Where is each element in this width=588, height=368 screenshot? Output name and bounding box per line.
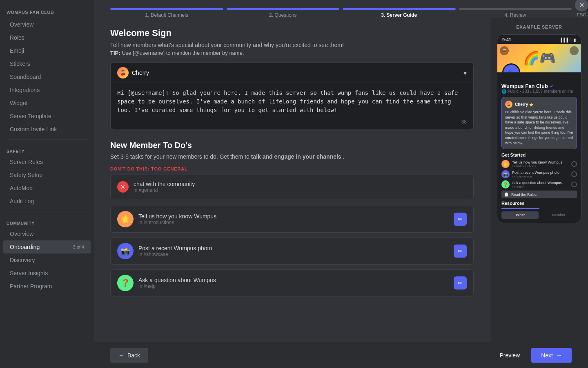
next-label: Next [541,352,553,359]
phone-server-meta: 🌐 Public • 283 / 1,557 members online [501,89,577,94]
step-4[interactable]: 4. Review [459,8,572,18]
todo-title: New Member To Do's [110,141,474,150]
task-channel-1: in #showcase [138,251,449,257]
phone-task-item-0: 🌟 Tell us how you know Wumpus in #introd… [501,160,577,168]
sidebar-item-server-insights[interactable]: Server Insights [3,267,91,280]
message-box: Hi [@username]! So glad you're here. I m… [110,83,474,129]
task-title-2: Ask a question about Wumpus [138,277,449,283]
next-button[interactable]: Next → [531,348,572,363]
sidebar-item-community-overview[interactable]: Overview [3,227,91,240]
sidebar-item-onboarding[interactable]: Onboarding 3 of 4 [3,240,91,254]
step-1-line [110,8,223,10]
server-name: WUMPUS FAN CLUB [0,7,94,18]
step-4-line [459,8,572,10]
sidebar-item-safety-setup[interactable]: Safety Setup [3,168,91,182]
tip-content: Use [@username] to mention the member by… [122,50,244,56]
step-3-label: 3. Server Guide [381,12,417,18]
welcome-sign-desc: Tell new members what's special about yo… [110,42,474,48]
task-info-1: Post a recent Wumpus photo in #showcase [138,245,449,257]
sidebar-item-discovery[interactable]: Discovery [3,254,91,267]
phone-task-checkbox-0[interactable] [571,161,577,167]
tab-member[interactable]: Member [540,211,577,219]
phone-server-name: Wumpus Fan Club ✓ [501,83,577,89]
phone-menu-right-icon: ⋯ [570,46,579,55]
task-avatar-0: 🌟 [117,211,134,227]
phone-cherry-avatar: 🍒 [505,101,512,108]
sidebar-item-audit-log[interactable]: Audit Log [3,195,91,208]
task-card-0: 🌟 Tell us how you know Wumpus in #introd… [110,206,474,233]
phone-body: Wumpus Fan Club ✓ 🌐 Public • 283 / 1,557… [497,72,581,223]
tip-label: TIP: [110,50,120,56]
phone-resources-title: Resources [501,201,577,206]
phone-menu-icons: ☰ ⋯ [500,46,579,55]
preview-button[interactable]: Preview [491,348,528,363]
bad-card-text: chat with the community in #general [134,181,467,193]
onboarding-badge: 3 of 4 [73,245,84,249]
phone-header: 9:41 ▐▐▐ ⊙ ▮ [497,35,581,44]
phone-task-checkbox-2[interactable] [571,182,577,187]
dont-label: DON'T DO THIS: TOO GENERAL [110,166,474,171]
sidebar-item-stickers[interactable]: Stickers [3,57,91,70]
tab-joiner[interactable]: Joiner [501,211,539,219]
sidebar-item-soundboard[interactable]: Soundboard [3,70,91,83]
chevron-down-icon: ▾ [463,69,467,77]
step-2-line [227,8,340,10]
section-safety: SAFETY [0,143,94,155]
task-info-2: Ask a question about Wumpus in #help [138,277,449,289]
todo-desc-text: Set 3-5 tasks for your new members to do… [110,153,249,160]
step-4-label: 4. Review [504,12,526,18]
phone-task-checkbox-1[interactable] [571,171,577,177]
sidebar-item-roles[interactable]: Roles [3,31,91,44]
task-card-1: 📸 Post a recent Wumpus photo in #showcas… [110,238,474,265]
preview-label: Preview [499,352,520,359]
right-panel: EXAMPLE SERVER 9:41 ▐▐▐ ⊙ ▮ ☰ ⋯ � [490,18,588,342]
task-channel-0: in #introductions [138,220,449,225]
steps-bar: 1. Default Channels 2. Questions 3. Serv… [94,0,588,18]
battery-icon: ▮ [574,38,576,42]
step-2[interactable]: 2. Questions [227,8,340,18]
phone-mockup: 9:41 ▐▐▐ ⊙ ▮ ☰ ⋯ 🌈🎮 🐾 [497,34,581,223]
sidebar-item-widget[interactable]: Widget [3,96,91,110]
sidebar-item-automod[interactable]: AutoMod [3,182,91,195]
welcome-message-input[interactable]: Hi [@username]! So glad you're here. I m… [117,89,467,121]
phone-status-icons: ▐▐▐ ⊙ ▮ [559,38,576,42]
todo-desc-end: . [343,153,345,160]
task-edit-btn-0[interactable]: ✏ [454,213,467,226]
members-count: 283 / 1,557 members online [522,89,573,94]
phone-task-avatar-2: ❓ [501,180,510,188]
sidebar-item-server-template[interactable]: Server Template [3,110,91,123]
footer: ← Back Preview Next → [94,342,588,368]
public-text: Public [508,89,519,94]
bad-card-title: chat with the community [134,181,467,187]
esc-button[interactable]: ✕ ESC [575,0,588,17]
phone-task-name-0: Tell us how you know Wumpus [512,160,569,164]
phone-welcome-card: 🍒 Cherry ⭐ Hi Phibi! So glad you're here… [501,97,577,149]
bad-example-card: ✕ chat with the community in #general [110,175,474,199]
sidebar-item-overview[interactable]: Overview [3,18,91,31]
phone-rules-text: Read the Rules [511,193,537,197]
left-panel: Welcome Sign Tell new members what's spe… [94,18,490,342]
phone-welcome-text: Hi Phibi! So glad you're here. I made th… [505,110,573,146]
phone-get-started-title: Get Started [501,153,577,157]
username-selector[interactable]: 🍒 Cherry ▾ [110,63,474,83]
task-edit-btn-1[interactable]: ✏ [454,245,467,258]
esc-icon: ✕ [575,0,588,11]
tip-text: TIP: Use [@username] to mention the memb… [110,50,474,56]
step-3[interactable]: 3. Server Guide [343,8,456,18]
sidebar-item-onboarding-label: Onboarding [10,244,40,250]
back-label: Back [127,352,140,359]
sidebar-item-server-rules[interactable]: Server Rules [3,155,91,168]
back-button[interactable]: ← Back [110,348,148,363]
section-community: COMMUNITY [0,215,94,227]
task-edit-btn-2[interactable]: ✏ [454,276,467,289]
example-label: EXAMPLE SERVER [497,25,581,29]
sidebar-item-partner-program[interactable]: Partner Program [3,280,91,293]
sidebar: WUMPUS FAN CLUB Overview Roles Emoji Sti… [0,0,94,368]
phone-banner: ☰ ⋯ 🌈🎮 🐾 [497,44,581,72]
todo-desc: Set 3-5 tasks for your new members to do… [110,153,474,160]
sidebar-item-custom-invite[interactable]: Custom Invite Link [3,123,91,136]
sidebar-item-emoji[interactable]: Emoji [3,44,91,57]
sidebar-item-integrations[interactable]: Integrations [3,83,91,96]
divider-safety [7,139,87,139]
step-1[interactable]: 1. Default Channels [110,8,223,18]
